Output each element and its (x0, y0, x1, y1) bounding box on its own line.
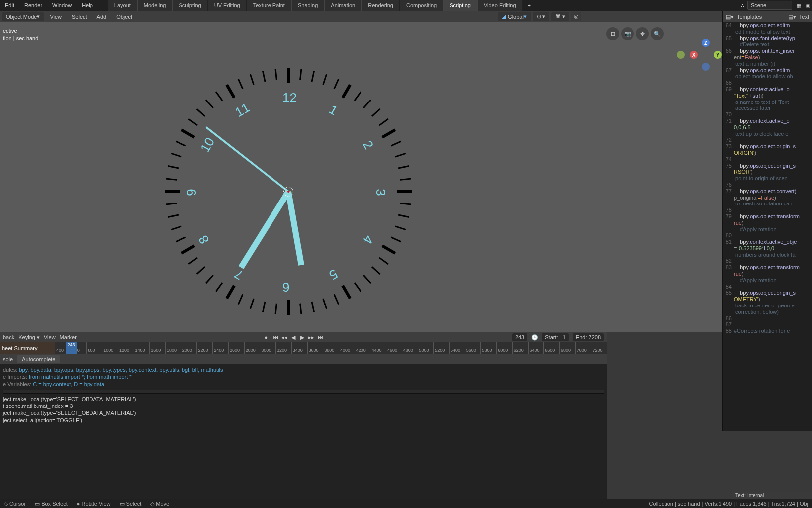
workspace-tab[interactable]: Compositing (400, 0, 443, 11)
axis-neg-z-icon[interactable] (702, 63, 710, 71)
marker-menu[interactable]: Marker (60, 334, 77, 340)
menu-edit[interactable]: Edit (0, 0, 19, 11)
clock-tick (205, 100, 214, 108)
clock-tick (196, 266, 205, 275)
scene-browse-icon[interactable]: ▦ (794, 2, 803, 9)
keying-menu[interactable]: Keying ▾ (18, 334, 40, 341)
pivot-dropdown[interactable]: ⊙ ▾ (533, 12, 549, 21)
workspace-tab[interactable]: UV Editing (208, 0, 247, 11)
clock-tick (287, 300, 290, 315)
start-frame-field[interactable]: Start: 1 (542, 333, 569, 341)
object-menu[interactable]: Object (112, 14, 136, 20)
timeline-tick: 4600 (386, 342, 402, 354)
console-tab[interactable]: sole (3, 356, 13, 362)
clock-tick (341, 84, 351, 99)
timeline-tick: 2600 (228, 342, 244, 354)
workspace-tab[interactable]: Sculpting (172, 0, 207, 11)
text-datablock-icon[interactable]: ▤▾ (788, 14, 796, 20)
viewport-pan-icon[interactable]: ✥ (636, 27, 649, 40)
clock-tick (398, 165, 409, 169)
text-editor-footer: Text: Internal (732, 492, 812, 499)
templates-menu[interactable]: Templates (737, 14, 762, 20)
orientation-gizmo[interactable]: Y X Z (684, 35, 723, 75)
axis-neg-y-icon[interactable] (677, 51, 685, 59)
viewport-zoom-icon[interactable]: 🔍 (651, 27, 664, 40)
dopesheet-summary[interactable]: heet Summary (0, 342, 55, 354)
axis-x-icon[interactable]: X (690, 51, 698, 59)
python-console: sole Autocomplete dules: bpy, bpy.data, … (0, 354, 607, 499)
clock-tick (395, 225, 406, 230)
clock-tick (354, 91, 361, 101)
timeline-tick: 6600 (543, 342, 559, 354)
workspace-tab[interactable]: Animation (324, 0, 361, 11)
workspace-tab[interactable]: Scripting (443, 0, 477, 11)
workspace-tabs: LayoutModelingSculptingUV EditingTexture… (108, 0, 523, 11)
viewport-camera-icon[interactable]: 📷 (621, 27, 634, 40)
workspace-tab[interactable]: Video Editing (477, 0, 523, 11)
add-workspace-button[interactable]: + (523, 0, 536, 11)
clock-number: 8 (196, 232, 213, 246)
select-menu[interactable]: Select (68, 14, 91, 20)
timeline-tick: 3200 (275, 342, 291, 354)
workspace-tab[interactable]: Shading (291, 0, 324, 11)
clock-tick (176, 237, 186, 243)
clock-tick (225, 285, 235, 299)
clock-tick (379, 257, 389, 265)
autocomplete-tab[interactable]: Autocomplete (17, 355, 60, 363)
text-editor-icon[interactable]: ▤▾ (726, 14, 734, 20)
text-editor-body[interactable]: 64 bpy.ops.object.editm edit mode to all… (723, 22, 812, 431)
add-menu[interactable]: Add (93, 14, 111, 20)
clock-tick (379, 118, 389, 126)
timeline-tick: 7200 (591, 342, 607, 354)
clock-tick (381, 244, 396, 254)
current-frame-field[interactable]: 243 (512, 333, 527, 341)
play-reverse-button[interactable]: ◀ (289, 333, 297, 341)
prev-keyframe-button[interactable]: ◂◂ (280, 333, 288, 341)
mode-dropdown[interactable]: Object Mode ▾ (2, 12, 44, 21)
viewport-grid-icon[interactable]: ⊞ (606, 27, 619, 40)
timecode-toggle[interactable]: 🕓 (531, 334, 538, 341)
next-keyframe-button[interactable]: ▸▸ (307, 333, 315, 341)
timeline-ruler[interactable]: heet Summary 400600800100012001400160018… (0, 342, 607, 354)
timeline-tick: 1600 (149, 342, 165, 354)
3d-cursor-icon (283, 187, 293, 197)
workspace-tab[interactable]: Modeling (137, 0, 173, 11)
playback-menu[interactable]: back (3, 334, 14, 340)
end-frame-field[interactable]: End: 7208 (573, 333, 604, 341)
clock-tick (181, 244, 195, 254)
console-output[interactable]: dules: bpy, bpy.data, bpy.ops, bpy.props… (0, 364, 607, 426)
scene-name-field[interactable]: Scene (747, 1, 792, 10)
view-menu[interactable]: View (46, 14, 66, 20)
text-editor-header: ▤▾ Templates ▤▾ Text (723, 11, 812, 22)
workspace-tab[interactable]: Rendering (361, 0, 400, 11)
3d-viewport[interactable]: ective tion | sec hand ⊞ 📷 ✥ 🔍 Y X Z 123… (0, 22, 738, 332)
clock-number: 2 (360, 138, 376, 152)
orientation-dropdown[interactable]: ◢ Global ▾ (498, 12, 531, 21)
jump-end-button[interactable]: ⏭ (316, 333, 324, 341)
text-name-field[interactable]: Text (799, 14, 809, 20)
workspace-tab[interactable]: Layout (108, 0, 137, 11)
timeline-tick: 5200 (433, 342, 449, 354)
snap-dropdown[interactable]: ⌘ ▾ (551, 12, 569, 21)
jump-start-button[interactable]: ⏮ (271, 333, 279, 341)
menu-window[interactable]: Window (47, 0, 77, 11)
play-button[interactable]: ▶ (298, 333, 306, 341)
timeline-view-menu[interactable]: View (44, 334, 56, 340)
clock-object: 123456789101112 (164, 67, 413, 316)
clock-tick (381, 128, 396, 138)
autokey-toggle[interactable]: ● (265, 334, 268, 340)
playhead[interactable]: 243 (66, 342, 77, 354)
clock-number: 6 (282, 279, 289, 295)
status-bar: ◇ Cursor ▭ Box Select ● Rotate View ▭ Se… (0, 499, 812, 508)
clock-tick (322, 74, 327, 85)
axis-y-icon[interactable]: Y (714, 51, 722, 59)
timeline-tick: 5400 (449, 342, 465, 354)
proportional-edit-icon[interactable]: ◎ (571, 12, 581, 21)
axis-z-icon[interactable]: Z (702, 39, 710, 47)
menu-help[interactable]: Help (77, 0, 98, 11)
workspace-tab[interactable]: Texture Paint (247, 0, 291, 11)
clock-number: 11 (232, 100, 253, 120)
menu-render[interactable]: Render (19, 0, 47, 11)
timeline-tick: 5000 (418, 342, 434, 354)
status-move: ◇ Move (150, 501, 169, 507)
